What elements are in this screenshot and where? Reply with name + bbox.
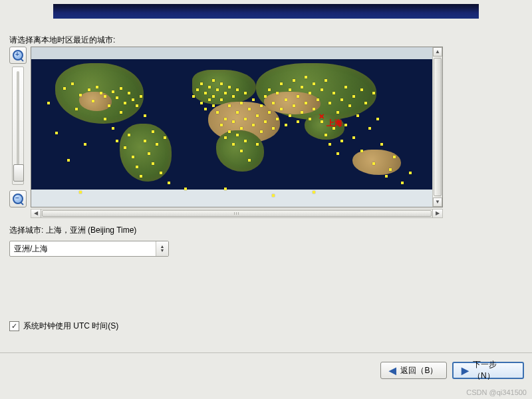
- city-dot[interactable]: [79, 94, 82, 96]
- city-dot[interactable]: [67, 159, 70, 162]
- city-dot[interactable]: [240, 127, 243, 130]
- city-dot[interactable]: [340, 98, 343, 101]
- city-dot[interactable]: [79, 191, 82, 194]
- city-dot[interactable]: [228, 104, 231, 107]
- back-button[interactable]: ◀ 返回（B）: [380, 362, 447, 379]
- city-dot[interactable]: [336, 111, 339, 114]
- city-dot[interactable]: [364, 102, 367, 104]
- city-dot[interactable]: [128, 92, 130, 94]
- scroll-up-button[interactable]: ▲: [433, 47, 442, 57]
- city-dot[interactable]: [220, 98, 223, 101]
- city-dot[interactable]: [380, 143, 383, 146]
- city-dot[interactable]: [216, 88, 219, 91]
- city-dot[interactable]: [232, 143, 235, 146]
- city-dot[interactable]: [372, 162, 375, 165]
- city-dot[interactable]: [120, 87, 122, 90]
- city-dot[interactable]: [309, 118, 311, 120]
- city-dot[interactable]: [196, 88, 199, 91]
- city-dot[interactable]: [212, 104, 215, 107]
- city-dot[interactable]: [55, 132, 58, 134]
- city-dot[interactable]: [144, 140, 146, 142]
- next-button[interactable]: ▶ 下一步（N）: [452, 362, 524, 379]
- city-dot[interactable]: [272, 102, 275, 104]
- city-dot[interactable]: [401, 182, 404, 184]
- city-dot[interactable]: [220, 124, 223, 126]
- city-dot[interactable]: [120, 111, 122, 114]
- city-dot[interactable]: [148, 152, 150, 155]
- city-dot[interactable]: [344, 124, 347, 126]
- city-dot[interactable]: [232, 120, 235, 123]
- city-dot[interactable]: [309, 92, 311, 94]
- city-dot[interactable]: [393, 156, 396, 158]
- city-dot[interactable]: [236, 88, 239, 91]
- city-dot[interactable]: [360, 88, 363, 91]
- vertical-scroll-thumb[interactable]: [434, 58, 442, 196]
- city-dot[interactable]: [313, 108, 315, 110]
- city-dot[interactable]: [289, 114, 291, 117]
- city-dot[interactable]: [301, 86, 303, 88]
- city-dot[interactable]: [329, 143, 331, 146]
- city-dot[interactable]: [280, 82, 283, 85]
- city-dot[interactable]: [340, 140, 343, 142]
- city-dot[interactable]: [140, 95, 142, 98]
- timezone-combobox[interactable]: 亚洲/上海 ▲ ▼: [9, 241, 169, 257]
- city-dot[interactable]: [232, 95, 235, 98]
- city-dot[interactable]: [248, 108, 251, 110]
- city-dot[interactable]: [168, 182, 170, 184]
- map-vertical-scrollbar[interactable]: ▲ ▼: [432, 47, 442, 207]
- city-dot[interactable]: [297, 95, 299, 98]
- city-dot[interactable]: [280, 108, 283, 110]
- city-dot[interactable]: [289, 88, 291, 91]
- city-dot[interactable]: [200, 102, 203, 104]
- city-dot[interactable]: [325, 79, 327, 82]
- city-dot[interactable]: [224, 118, 227, 120]
- city-dot[interactable]: [332, 92, 335, 94]
- city-dot[interactable]: [244, 118, 247, 120]
- city-dot[interactable]: [224, 136, 227, 139]
- city-dot[interactable]: [256, 143, 259, 146]
- city-dot[interactable]: [84, 143, 86, 146]
- city-dot[interactable]: [368, 127, 371, 130]
- map-horizontal-scrollbar[interactable]: ◀ ▶: [31, 209, 443, 218]
- city-dot[interactable]: [75, 108, 78, 110]
- city-dot[interactable]: [228, 130, 231, 133]
- city-dot[interactable]: [224, 92, 227, 94]
- city-dot[interactable]: [212, 79, 215, 82]
- city-dot[interactable]: [297, 120, 299, 123]
- city-dot[interactable]: [376, 118, 379, 120]
- horizontal-scroll-thumb[interactable]: [42, 210, 432, 217]
- city-dot[interactable]: [252, 124, 255, 126]
- city-dot[interactable]: [108, 104, 110, 107]
- city-dot[interactable]: [260, 130, 263, 133]
- city-dot[interactable]: [236, 111, 239, 114]
- city-dot[interactable]: [88, 88, 90, 91]
- zoom-out-button[interactable]: −: [9, 190, 27, 207]
- city-dot[interactable]: [276, 118, 279, 120]
- zoom-slider[interactable]: [12, 66, 24, 185]
- city-dot[interactable]: [208, 86, 211, 88]
- city-dot[interactable]: [192, 95, 195, 98]
- city-dot[interactable]: [352, 95, 355, 98]
- city-dot[interactable]: [268, 111, 271, 114]
- city-dot[interactable]: [132, 156, 134, 158]
- city-dot[interactable]: [112, 90, 114, 93]
- city-dot[interactable]: [212, 95, 215, 98]
- city-dot[interactable]: [184, 188, 187, 190]
- city-dot[interactable]: [200, 82, 203, 85]
- city-dot[interactable]: [256, 114, 259, 117]
- city-dot[interactable]: [329, 102, 331, 104]
- city-dot[interactable]: [160, 172, 162, 174]
- city-dot[interactable]: [116, 140, 118, 142]
- city-dot[interactable]: [96, 86, 98, 88]
- city-dot[interactable]: [244, 140, 247, 142]
- scroll-down-button[interactable]: ▼: [433, 198, 442, 207]
- city-dot[interactable]: [336, 152, 339, 155]
- city-dot[interactable]: [385, 175, 388, 178]
- city-dot[interactable]: [260, 104, 263, 107]
- city-dot[interactable]: [220, 82, 223, 85]
- city-dot[interactable]: [268, 88, 271, 91]
- city-dot[interactable]: [208, 98, 211, 101]
- city-dot[interactable]: [156, 143, 158, 146]
- city-dot[interactable]: [104, 118, 106, 120]
- city-dot[interactable]: [124, 102, 126, 104]
